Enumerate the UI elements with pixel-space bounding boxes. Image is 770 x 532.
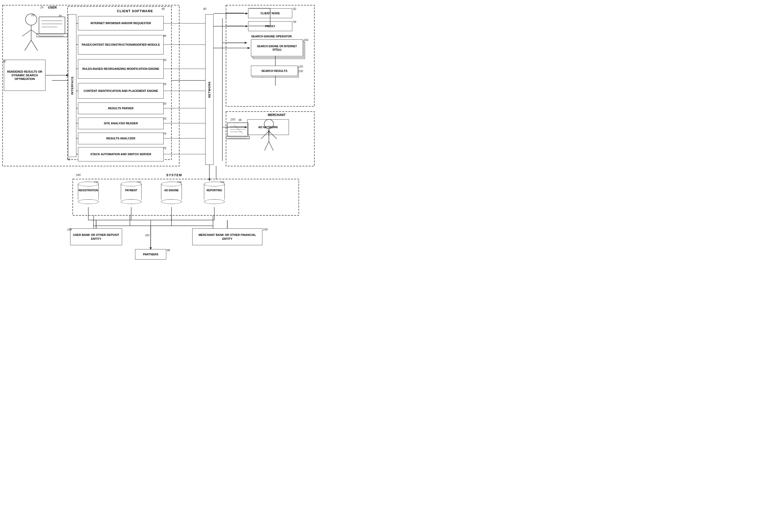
svg-line-53 xyxy=(269,131,277,139)
cyl-top-reporting xyxy=(204,182,225,186)
content-id-num: 55 xyxy=(163,83,166,86)
client-node-num: 92 xyxy=(293,7,296,10)
rendered-results-box: RENDERED RESULTS OR DYNAMIC SEARCH OPTIM… xyxy=(4,60,45,91)
user-bank-num: 198 xyxy=(67,228,72,231)
svg-marker-77 xyxy=(246,25,248,27)
reporting-label: REPORTING xyxy=(204,189,225,192)
user-bank-box: USER BANK OR OTHER DEPOSIT ENTITY xyxy=(70,228,122,245)
merchant-bank-box: MERCHANT BANK OR OTHER FINANCIAL ENTITY xyxy=(192,228,262,245)
page-content-num: 46 xyxy=(163,34,166,37)
system-label: SYSTEM xyxy=(166,173,182,178)
stack-automation-box: STACK AUTOMATION AND SWITCH SERVER xyxy=(78,147,164,161)
search-results-num: 120 xyxy=(298,65,303,68)
site-analysis-num: 65 xyxy=(163,117,166,120)
svg-line-35 xyxy=(31,40,38,51)
partners-box: PARTNERS xyxy=(135,249,166,260)
svg-line-32 xyxy=(22,30,31,36)
results-parser-box: RESULTS PARSER xyxy=(78,103,164,114)
rendered-results-num: 30 xyxy=(3,60,6,63)
cyl-top-ad-engine xyxy=(161,182,182,186)
cyl-top-registration xyxy=(78,182,99,186)
diagram: 15 USER 15 20 RENDERED RESULTS OR DYNAMI… xyxy=(0,0,385,266)
num-181-label: 181 xyxy=(145,234,150,237)
ad-engine-cylinder: AD ENGINE xyxy=(161,182,182,204)
proxy-num: 94 xyxy=(293,20,296,23)
content-id-box: CONTENT IDENTIFICATION AND PLACEMENT ENG… xyxy=(78,83,164,99)
merchant-bank-num: 199 xyxy=(263,228,268,231)
page-content-box: PAGE/CONTENT RECONSTRUCTION/MODIFIER MOD… xyxy=(78,35,164,54)
stack-automation-num: 75 xyxy=(163,147,166,150)
svg-marker-87 xyxy=(208,179,211,181)
svg-marker-75 xyxy=(246,12,248,15)
svg-point-51 xyxy=(264,119,274,129)
network-num: 90 xyxy=(203,7,206,10)
user-num-label: 15 xyxy=(40,6,43,9)
interface-bar-num: 40 xyxy=(67,158,70,161)
laptop-figure xyxy=(36,16,70,42)
search-engine-op-label: SEARCH ENGINE OPERATOR xyxy=(229,35,314,38)
network-label: NETWORK xyxy=(208,81,211,98)
interface-bar: INTERFACE xyxy=(68,14,76,157)
client-software-num: 45 xyxy=(161,7,165,10)
ad-network-num: 96 xyxy=(239,118,242,121)
site-analysis-box: SITE ANALYSIS READER xyxy=(78,118,164,129)
client-software-label: CLIENT SOFTWARE xyxy=(117,9,153,13)
registration-label: REGISTRATION xyxy=(78,189,99,192)
svg-marker-79 xyxy=(248,47,250,49)
search-results-box: SEARCH RESULTS xyxy=(251,66,298,76)
svg-line-34 xyxy=(25,40,31,51)
cyl-bottom-registration xyxy=(78,199,99,204)
svg-rect-36 xyxy=(39,17,65,34)
search-engine-box-1: SEARCH ENGINE OR INTERNET SITE(s) xyxy=(251,39,303,56)
svg-rect-43 xyxy=(227,123,248,136)
num-130: 130 xyxy=(298,70,303,73)
svg-rect-4 xyxy=(73,179,299,215)
proxy-box: PROXY xyxy=(248,21,292,31)
results-analyzer-box: RESULTS ANALYZER xyxy=(78,133,164,144)
rules-based-box: RULES-BASED REORGANIZING MODIFICATION EN… xyxy=(78,59,164,79)
cyl-bottom-payment xyxy=(121,199,141,204)
reporting-cylinder: REPORTING xyxy=(204,182,225,204)
cyl-bottom-reporting xyxy=(204,199,225,204)
search-engine-num: 100 xyxy=(303,38,308,42)
person-num: 15 xyxy=(31,13,34,17)
system-num: 180 xyxy=(76,173,80,176)
results-analyzer-num: 70 xyxy=(163,132,166,135)
ad-engine-label: AD ENGINE xyxy=(161,189,182,192)
svg-line-47 xyxy=(234,125,243,134)
cyl-top-payment xyxy=(121,182,141,186)
merchant-num: 150 xyxy=(231,118,235,121)
network-bar: NETWORK xyxy=(205,14,214,165)
registration-cylinder: REGISTRATION xyxy=(78,182,99,204)
payment-label: PAYMENT xyxy=(121,189,141,192)
cyl-bottom-ad-engine xyxy=(161,199,182,204)
partners-num: 98 xyxy=(167,249,170,252)
payment-cylinder: PAYMENT xyxy=(121,182,141,204)
results-parser-num: 60 xyxy=(163,102,166,105)
merchant-person xyxy=(257,117,281,153)
interface-label: INTERFACE xyxy=(71,76,74,95)
svg-line-52 xyxy=(261,131,269,139)
user-label: USER xyxy=(48,6,57,10)
laptop-num: 20 xyxy=(58,14,62,17)
svg-line-55 xyxy=(269,141,273,151)
internet-browser-box: INTERNET BROWSER AND/OR REQUESTER xyxy=(78,16,164,30)
client-node-box: CLIENT NODE xyxy=(248,8,292,18)
rules-based-num: 50 xyxy=(163,58,166,62)
svg-rect-48 xyxy=(226,136,250,139)
svg-marker-25 xyxy=(245,42,247,44)
merchant-laptop xyxy=(226,122,252,143)
svg-line-54 xyxy=(265,141,269,151)
